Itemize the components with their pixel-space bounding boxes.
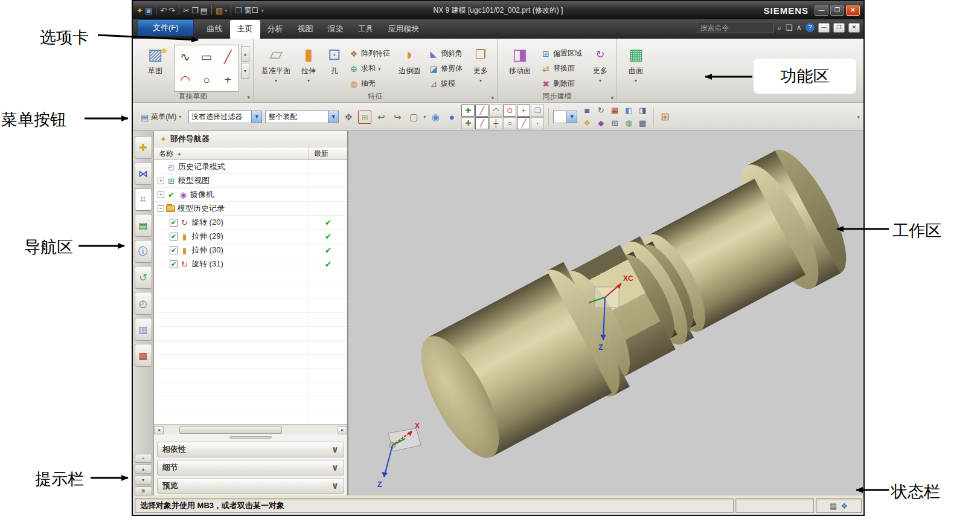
maximize-button[interactable]: ❐ (830, 5, 844, 16)
unite-button[interactable]: ⊕ 求和 ▾ (347, 61, 392, 76)
layer-combo[interactable]: ▼ (553, 111, 577, 123)
selection-scope-combo[interactable]: 整个装配 ▼ (265, 111, 339, 123)
part-navigator-icon[interactable]: ⌗ (135, 188, 152, 211)
snap-intersection-icon[interactable]: ╱ (475, 117, 488, 129)
help-icon[interactable]: ? (805, 23, 815, 32)
snap-enable-icon[interactable]: ✚ (461, 105, 475, 117)
surface-button[interactable]: ▦ 曲面 ▾ (621, 42, 651, 83)
column-status[interactable]: 最新 (309, 147, 347, 160)
copy-icon[interactable]: ❐ (191, 7, 199, 14)
web-browser-icon[interactable]: ⓘ (135, 240, 152, 263)
snap-quadrant-icon[interactable]: ┼ (489, 117, 502, 129)
selection-filter-combo[interactable]: 没有选择过滤器 ▼ (188, 111, 262, 123)
snap-tangent-icon[interactable]: ╱ (517, 117, 530, 129)
resource-down-button[interactable]: ▾ (135, 475, 152, 485)
immersive-icon[interactable]: ● (445, 111, 458, 124)
status-grid-icon[interactable]: ▦ (830, 501, 837, 511)
save-icon[interactable]: ▣ (145, 7, 152, 14)
search-icon[interactable]: ⌕ (778, 23, 782, 33)
perspective-icon[interactable]: ⊞ (608, 117, 621, 129)
checkbox-checked[interactable]: ✔ (170, 233, 178, 240)
doc-minimize-button[interactable]: — (818, 23, 830, 33)
pan-icon[interactable]: ◨ (636, 105, 649, 117)
snap-pole-icon[interactable]: ✚ (461, 117, 475, 129)
snap-circle-icon[interactable]: ○ (503, 117, 516, 129)
resource-up-button[interactable]: ▴ (135, 465, 152, 474)
shaded-view-icon[interactable]: ▩ (636, 117, 649, 129)
tab-analysis[interactable]: 分析 (260, 20, 290, 39)
section-preview[interactable]: 预览 ∨ (157, 478, 344, 494)
tab-curve[interactable]: 曲线 (200, 20, 230, 39)
profile-tool-button[interactable]: ∿ (175, 45, 196, 68)
history-icon[interactable]: ↺ (135, 266, 152, 289)
tree-row-extrude-29[interactable]: ✔ ▮ 拉伸 (29) ✔ (154, 230, 347, 243)
ide-icon[interactable]: ▥ (135, 318, 152, 341)
fullscreen-icon[interactable]: ❏ (786, 23, 793, 32)
window-view-icon[interactable]: ▦ (608, 105, 621, 117)
tree-row-model-views[interactable]: + ⊞ 模型视图 (154, 174, 347, 188)
rectangle-tool-button[interactable]: ▭ (196, 45, 217, 68)
chevron-down-icon[interactable]: ▾ (225, 7, 227, 14)
rotate-view-icon[interactable]: ◆ (594, 117, 607, 129)
tree-row-history-mode[interactable]: ◴ 历史记录模式 (154, 160, 347, 174)
redo-icon[interactable]: ↷ (168, 7, 175, 14)
menu-button[interactable]: ▤ 菜单(M) ▾ (136, 110, 185, 124)
assembly-navigator-icon[interactable]: ✚ (135, 136, 152, 159)
draft-button[interactable]: ⊿ 拔模 (426, 76, 465, 91)
extrude-button[interactable]: ▮ 拉伸 ▾ (295, 42, 322, 83)
sketch-button[interactable]: ▨ ★ 草图 (136, 42, 174, 76)
resource-pin-button[interactable]: ≡ (135, 454, 152, 463)
undo-icon[interactable]: ↶ (160, 7, 167, 14)
arc-tool-button[interactable]: ◠ (175, 68, 196, 91)
paste-icon[interactable]: ▤ (200, 7, 208, 14)
process-studio-icon[interactable]: ◴ (135, 292, 152, 315)
checkbox-checked[interactable]: ✔ (170, 219, 178, 227)
graphics-window[interactable]: XC Z X Z (348, 131, 863, 495)
trimetric-view-icon[interactable]: ◍ (622, 117, 635, 129)
panel-splitter[interactable] (154, 434, 347, 440)
deselect-icon[interactable]: ↩ (374, 111, 388, 124)
horizontal-scrollbar[interactable]: ◂ ▸ (154, 425, 347, 434)
expand-icon[interactable]: + (158, 192, 164, 198)
scrollbar-thumb[interactable] (179, 427, 282, 434)
new-window-icon[interactable]: ⊞ (658, 111, 671, 124)
status-view-icon[interactable]: ❖ (841, 501, 848, 511)
zoom-icon[interactable]: ❖ (580, 117, 594, 129)
replace-face-button[interactable]: ⇄ 替换面 (539, 61, 584, 76)
palette-scroll-down-button[interactable]: ▾ (241, 63, 249, 79)
datum-plane-button[interactable]: ▱ 基准平面 ▾ (257, 42, 295, 83)
doc-restore-button[interactable]: ❐ (833, 23, 845, 33)
snap-sketch-icon[interactable]: · (531, 117, 544, 129)
point-tool-button[interactable]: + (217, 68, 239, 91)
tree-row-cameras[interactable]: + ✔ ◉ 摄像机 (154, 188, 347, 202)
window-menu-button[interactable]: ❒ 窗口 ▾ (235, 5, 264, 16)
section-dependencies[interactable]: 相依性 ∨ (157, 442, 344, 457)
trim-body-button[interactable]: ◪ 修剪体 (426, 61, 465, 76)
tree-row-extrude-30[interactable]: ✔ ▮ 拉伸 (30) ✔ (154, 243, 347, 257)
sync-more-button[interactable]: ↻ 更多 ▾ (588, 42, 613, 83)
command-search-input[interactable] (697, 22, 774, 33)
tab-application[interactable]: 应用模块 (381, 20, 427, 39)
tab-home[interactable]: 主页 (230, 20, 260, 39)
doc-close-button[interactable]: ✕ (848, 23, 860, 33)
roles-icon[interactable]: ▩ (135, 344, 152, 367)
snap-face-icon[interactable]: ❒ (531, 105, 544, 117)
command-finder-icon[interactable]: ▥ (216, 7, 223, 14)
pattern-feature-button[interactable]: ❖ 阵列特征 (347, 46, 392, 61)
tab-file[interactable]: 文件(F) (138, 19, 194, 36)
chevron-down-icon[interactable]: ▾ (423, 114, 426, 120)
offset-region-button[interactable]: ⊞ 偏置区域 (539, 46, 584, 61)
tree-row-revolve-20[interactable]: ✔ ↻ 旋转 (20) ✔ (154, 216, 347, 230)
snap-arc-center-icon[interactable]: ⊙ (503, 105, 516, 117)
snap-point-icon[interactable]: + (517, 105, 530, 117)
expand-icon[interactable]: + (158, 178, 164, 184)
hole-button[interactable]: ⊡ 孔 (322, 42, 347, 76)
reuse-library-icon[interactable]: ▤ (135, 214, 152, 237)
toolbar-overflow-icon[interactable]: ▾ (857, 114, 860, 120)
collapse-icon[interactable]: − (158, 205, 164, 212)
work-layer-icon[interactable]: ⊞ (358, 111, 371, 124)
cut-icon[interactable]: ✂ (183, 7, 190, 14)
show-hide-icon[interactable]: ◉ (429, 111, 442, 124)
snap-endpoint-icon[interactable]: ╱ (475, 105, 488, 117)
chevron-down-icon[interactable]: ▾ (247, 94, 250, 100)
